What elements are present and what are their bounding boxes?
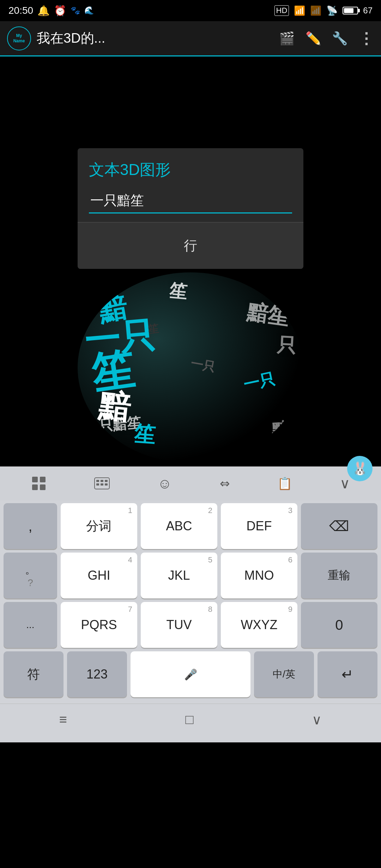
notify-icon1: 🐾 [71,6,80,15]
backspace-key[interactable]: ⌫ [301,503,377,549]
settings-icon[interactable]: 🔧 [332,31,348,46]
sphere-text-2: 笙 [168,279,188,304]
hd-label: HD [274,5,289,16]
clock-icon: ⏰ [54,5,66,17]
svg-rect-9 [101,483,103,486]
fenchi-key[interactable]: 1 分词 [61,503,137,549]
emoji-button[interactable]: ☺ [152,472,177,495]
edit-icon[interactable]: ✏️ [306,31,321,46]
ime-rabbit-icon: 🐰 [347,456,373,481]
keys-row-3: ... 7 PQRS 8 TUV 9 WXYZ 0 [4,602,377,648]
svg-rect-5 [96,480,99,482]
svg-rect-10 [105,483,108,486]
home-button[interactable]: □ [171,709,208,731]
alarm-icon: 🔔 [37,5,50,17]
menu-button[interactable]: ≡ [45,709,81,731]
svg-rect-2 [32,484,38,490]
notify-icon2: 🌊 [84,6,94,15]
status-bar: 20:50 🔔 ⏰ 🐾 🌊 HD 📶 📶 📡 67 [0,0,381,21]
keyboard-area: 🐰 ☺ ⇔ 📋 ∨ [0,466,381,742]
sphere-text-11: 黯 [271,418,290,442]
enter-key[interactable]: ↵ [318,651,377,697]
symbols-key[interactable]: 符 [4,651,64,697]
space-key[interactable]: 🎤 [131,651,250,697]
clipboard-button[interactable]: 📋 [272,473,298,494]
ellipsis-key[interactable]: ... [4,602,57,648]
period-question-key[interactable]: 。 ? [4,553,57,598]
jkl-key[interactable]: 5 JKL [141,553,217,598]
numbers-key[interactable]: 123 [67,651,127,697]
dialog-input-wrapper [78,189,303,223]
ghi-key[interactable]: 4 GHI [61,553,137,598]
sphere-text-7: 一只 [242,368,277,395]
reset-key[interactable]: 重输 [301,553,377,598]
video-icon[interactable]: 🎬 [279,31,295,46]
keyboard-switch-button[interactable] [89,474,115,493]
sphere-visual: 黯 笙 一只 黯笙 笙 只 一只 黯 一只黯笙 笙 黯 一只 笙 [78,272,303,463]
bottom-nav: ≡ □ ∨ [0,704,381,735]
abc-key[interactable]: 2 ABC [141,503,217,549]
def-key[interactable]: 3 DEF [221,503,297,549]
svg-rect-6 [101,480,103,482]
signal-icon: 📶 [294,5,305,16]
sphere-text-9: 一只黯笙 [84,413,142,437]
keys-row-2: 。 ? 4 GHI 5 JKL 6 MNO 重输 [4,553,377,598]
svg-rect-8 [96,483,99,486]
sphere-text-4: 黯笙 [245,298,291,332]
text-input[interactable] [89,189,292,213]
status-time: 20:50 [8,5,33,16]
app-bar-icons: 🎬 ✏️ 🔧 ⋮ [279,29,374,47]
dialog-title: 文本3D图形 [78,148,303,189]
bottom-row: 符 123 🎤 中/英 ↵ [4,651,377,697]
status-left: 20:50 🔔 ⏰ 🐾 🌊 [8,5,94,17]
keys-row-1: , 1 分词 2 ABC 3 DEF ⌫ [4,503,377,549]
app-logo: MyName [7,26,31,50]
signal-icon2: 📶 [310,5,321,16]
svg-rect-7 [105,480,108,482]
sphere-area: 黯 笙 一只 黯笙 笙 只 一只 黯 一只黯笙 笙 黯 一只 笙 [0,269,381,466]
status-right: HD 📶 📶 📡 67 [274,5,373,16]
wifi-icon: 📡 [326,5,338,16]
battery-percent: 67 [363,6,373,16]
more-icon[interactable]: ⋮ [358,29,374,47]
zero-key[interactable]: 0 [301,602,377,648]
row-button[interactable]: 行 [89,231,292,260]
svg-rect-3 [40,484,46,490]
battery-icon [343,7,358,14]
mno-key[interactable]: 6 MNO [221,553,297,598]
sphere-text-13: 笙 [147,321,160,337]
svg-rect-0 [32,477,38,482]
ime-toolbar: 🐰 ☺ ⇔ 📋 ∨ [0,466,381,500]
lang-switch-key[interactable]: 中/英 [254,651,314,697]
cursor-button[interactable]: ⇔ [214,473,235,494]
sphere-text-6: 只 [276,332,297,359]
main-content-area [0,56,381,148]
pqrs-key[interactable]: 7 PQRS [61,602,137,648]
dialog-button-row: 行 [78,223,303,269]
mic-icon: 🎤 [184,668,197,681]
dialog: 文本3D图形 行 [78,148,303,269]
comma-key[interactable]: , [4,503,57,549]
sphere-text-10: 笙 [133,420,156,450]
app-bar: MyName 我在3D的... 🎬 ✏️ 🔧 ⋮ [0,21,381,56]
back-button[interactable]: ∨ [298,709,336,731]
keys-area: , 1 分词 2 ABC 3 DEF ⌫ 。 ? 4 G [0,500,381,704]
sphere-text-12: 一只 [189,355,216,375]
svg-rect-1 [40,477,46,482]
app-title: 我在3D的... [37,29,273,47]
wxyz-key[interactable]: 9 WXYZ [221,602,297,648]
app-grid-button[interactable] [25,472,52,495]
tuv-key[interactable]: 8 TUV [141,602,217,648]
